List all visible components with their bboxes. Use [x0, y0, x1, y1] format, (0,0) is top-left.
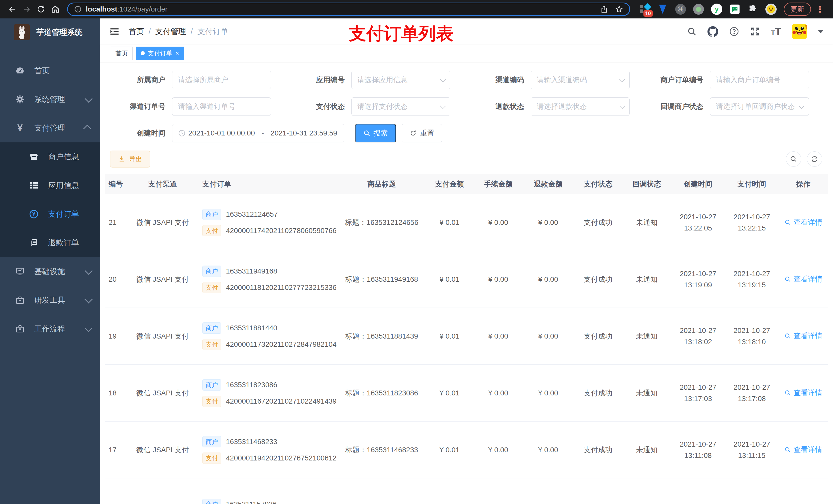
- sidebar-item-workflow[interactable]: 工作流程: [0, 314, 100, 343]
- channel-code-select[interactable]: 请输入渠道编码: [531, 71, 629, 89]
- extension-icon[interactable]: [693, 4, 704, 15]
- sidebar-item-payment[interactable]: ¥ 支付管理: [0, 114, 100, 142]
- pay-channel: 微信 JSAPI 支付: [130, 388, 195, 398]
- product-title: 标题：1635311823086: [338, 388, 425, 398]
- refresh-icon: [811, 155, 818, 163]
- filter-label: 创建时间: [105, 128, 172, 138]
- search-icon: [784, 333, 791, 339]
- sidebar-item-dev-tools[interactable]: 研发工具: [0, 286, 100, 314]
- page-annotation: 支付订单列表: [349, 22, 453, 45]
- forward-icon[interactable]: [21, 3, 33, 15]
- chevron-down-icon: [440, 77, 446, 82]
- channel-order-no-input[interactable]: [172, 97, 271, 116]
- notify-status: 未通知: [622, 331, 671, 341]
- github-icon[interactable]: [708, 26, 718, 37]
- font-size-icon[interactable]: TT: [771, 26, 781, 38]
- pay-channel: 微信 JSAPI 支付: [130, 274, 195, 284]
- table-header: 编号 支付渠道 支付订单 商品标题 支付金额 手续金额 退款金额 支付状态 回调…: [105, 174, 828, 194]
- merchant-order-no-input[interactable]: [710, 71, 809, 89]
- extension-icon[interactable]: y: [711, 4, 722, 15]
- site-info-icon[interactable]: [74, 5, 82, 13]
- created-time: 2021-10-2713:19:09: [671, 268, 725, 290]
- notify-status-select[interactable]: 请选择订单回调商户状态: [710, 97, 809, 116]
- pay-tag: 支付: [203, 396, 221, 407]
- view-detail-link[interactable]: 查看详情: [784, 217, 822, 227]
- merchant-tag: 商户: [203, 499, 221, 504]
- channel-order-no: 4200001181202110277723215336: [226, 284, 337, 292]
- merchant-tag: 商户: [203, 379, 221, 390]
- app-logo-row[interactable]: 芋道管理系统: [0, 19, 100, 46]
- date-start: 2021-10-01 00:00:00: [188, 129, 255, 137]
- clock-icon: [178, 129, 186, 137]
- create-time-range-picker[interactable]: 2021-10-01 00:00:00 - 2021-10-31 23:59:5…: [172, 124, 344, 142]
- profile-avatar-icon[interactable]: [765, 4, 777, 15]
- extension-icon[interactable]: [657, 4, 668, 15]
- pay-status: 支付成功: [574, 218, 622, 227]
- tag-pay-order[interactable]: 支付订单 ×: [136, 47, 184, 60]
- paid-time: 2021-10-2713:11:15: [725, 439, 779, 461]
- channel-order-no: 4200001194202110276752100612: [226, 454, 337, 462]
- filter-label: 所属商户: [105, 75, 172, 85]
- table-refresh-button[interactable]: [807, 151, 822, 167]
- view-detail-link[interactable]: 查看详情: [784, 274, 822, 284]
- filter-label: 支付状态: [284, 102, 352, 112]
- search-icon[interactable]: [687, 27, 697, 37]
- view-detail-link[interactable]: 查看详情: [784, 388, 822, 398]
- sidebar-item-home[interactable]: 首页: [0, 56, 100, 85]
- extensions-row: 10 ⌘ y: [636, 4, 780, 15]
- sidebar-item-refund-order[interactable]: 退款订单: [0, 229, 100, 257]
- address-bar[interactable]: localhost:1024/pay/order: [67, 3, 630, 16]
- refund-amount: ¥ 0.00: [523, 218, 574, 226]
- sidebar-item-infrastructure[interactable]: 基础设施: [0, 257, 100, 286]
- help-icon[interactable]: [729, 26, 739, 37]
- home-icon[interactable]: [49, 3, 62, 15]
- chrome-update-button[interactable]: 更新: [784, 3, 811, 16]
- refund-status-select[interactable]: 请选择退款状态: [531, 97, 629, 116]
- pay-amount: ¥ 0.01: [425, 275, 474, 284]
- search-button[interactable]: 搜索: [355, 124, 396, 142]
- merchant-tag: 商户: [203, 266, 221, 277]
- share-icon[interactable]: [600, 5, 609, 13]
- merchant-tag: 商户: [203, 209, 221, 220]
- sidebar-item-system[interactable]: 系统管理: [0, 85, 100, 114]
- export-button[interactable]: 导出: [110, 150, 150, 167]
- reload-icon[interactable]: [35, 3, 47, 15]
- pay-amount: ¥ 0.01: [425, 218, 474, 226]
- sidebar-item-app-info[interactable]: 应用信息: [0, 171, 100, 200]
- breadcrumb-payment[interactable]: 支付管理: [155, 26, 186, 37]
- pay-status-select[interactable]: 请选择支付状态: [352, 97, 450, 116]
- app-logo-rabbit: [14, 24, 30, 40]
- order-id: 17: [105, 446, 130, 454]
- table-search-toggle-button[interactable]: [786, 151, 801, 167]
- close-icon[interactable]: ×: [175, 50, 179, 57]
- table-row: 20 微信 JSAPI 支付 商户1635311949168 支付4200001…: [105, 251, 828, 308]
- table-row: 19 微信 JSAPI 支付 商户1635311881440 支付4200001…: [105, 308, 828, 365]
- avatar-caret-icon[interactable]: [818, 30, 824, 33]
- fullscreen-icon[interactable]: [750, 26, 760, 37]
- puzzle-extensions-icon[interactable]: [747, 4, 758, 15]
- view-detail-link[interactable]: 查看详情: [784, 445, 822, 455]
- bookmark-star-icon[interactable]: [615, 5, 623, 13]
- merchant-input[interactable]: [172, 71, 271, 89]
- extension-icon[interactable]: 10: [639, 4, 650, 15]
- sidebar-collapse-icon[interactable]: [109, 26, 120, 37]
- extension-icon[interactable]: ⌘: [675, 4, 686, 15]
- search-icon: [784, 219, 791, 225]
- top-navbar: 首页 / 支付管理 / 支付订单 支付订单列表: [100, 19, 833, 45]
- refund-amount: ¥ 0.00: [523, 446, 574, 454]
- sidebar-item-merchant-info[interactable]: 商户信息: [0, 142, 100, 171]
- back-icon[interactable]: [6, 3, 19, 15]
- sidebar-item-pay-order[interactable]: ¥ 支付订单: [0, 200, 100, 229]
- chevron-down-icon: [85, 295, 93, 304]
- extension-icon[interactable]: [730, 4, 740, 15]
- chrome-menu-icon[interactable]: ⋮: [813, 4, 827, 14]
- reset-button[interactable]: 重置: [402, 124, 442, 142]
- view-detail-link[interactable]: 查看详情: [784, 331, 822, 341]
- pay-amount: ¥ 0.01: [425, 446, 474, 454]
- tag-home[interactable]: 首页: [111, 47, 133, 60]
- avatar[interactable]: [792, 24, 807, 39]
- active-tag-dot: [141, 51, 145, 55]
- app-select[interactable]: 请选择应用信息: [352, 71, 450, 89]
- breadcrumb-home[interactable]: 首页: [128, 26, 144, 37]
- filter-label: 退款状态: [463, 102, 531, 112]
